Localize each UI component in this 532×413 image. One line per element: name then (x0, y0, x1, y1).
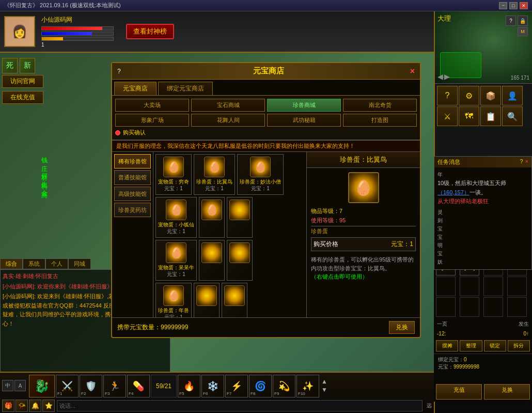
item-cell-4[interactable]: 🥚 宠物蛋：小狐仙 元宝：1 (155, 197, 197, 238)
item-cell-8[interactable] (199, 240, 225, 281)
item-cell-7[interactable]: 🥚 宠物蛋：呆呆牛 元宝：1 (155, 240, 197, 281)
hotbar-slot-f10[interactable]: ✨ F10 (296, 375, 319, 397)
status-icon-1[interactable]: 🎁 (2, 400, 14, 412)
hotbar-slot-f6[interactable]: ❄️ F6 (201, 375, 224, 397)
chat-input[interactable] (57, 400, 423, 411)
item-cell-11[interactable] (194, 283, 220, 317)
shop-close-btn[interactable]: × (410, 67, 415, 76)
shop-cat-rare[interactable]: 稀有珍兽馆 (114, 154, 151, 169)
page-up-btn[interactable]: ▲ (321, 378, 327, 385)
exchange-btn-right[interactable]: 兑换 (484, 384, 530, 400)
side-btn-4[interactable]: 👤 (502, 86, 523, 105)
charge-button[interactable]: 充值 (436, 384, 482, 400)
shop-exchange-btn[interactable]: 兑换 (389, 321, 415, 334)
item-cell-3[interactable]: 🥚 珍兽蛋：妙法小僧 元宝：1 (237, 154, 284, 195)
task-close-btn[interactable]: × (525, 158, 528, 166)
map-btn-1[interactable]: ? (506, 16, 516, 26)
bag-slot-12[interactable] (507, 277, 527, 296)
skill-icon[interactable]: 死 (2, 58, 18, 73)
bag-slot-10[interactable] (460, 277, 479, 296)
shop-tab-bar: 元宝商店 绑定元宝商店 (112, 80, 420, 96)
shop-cat-advanced[interactable]: 高级技能馆 (114, 187, 151, 201)
shop-cat-normal[interactable]: 普通技能馆 (114, 170, 151, 185)
slot-icon-f4: 💊 (133, 380, 144, 392)
side-btn-6[interactable]: 🗺 (459, 106, 479, 126)
cat-martial[interactable]: 武功秘籍 (267, 114, 341, 127)
bag-lock-btn[interactable]: 锁定 (484, 340, 506, 351)
input-icon-1[interactable]: 中 (2, 380, 13, 391)
hotbar-slot-f8[interactable]: 🌀 F8 (249, 375, 272, 397)
side-btn-8[interactable]: 🔍 (502, 106, 523, 126)
shop-cat-medicine[interactable]: 珍兽灵药坊 (114, 203, 151, 217)
chat-tab-city[interactable]: 同城 (68, 258, 91, 269)
hotbar-slot-f2[interactable]: 🛡️ F2 (80, 375, 102, 397)
player-info: 小仙源码网 1 (41, 16, 114, 48)
hotbar-slot-f1[interactable]: ⚔️ F1 (56, 375, 79, 397)
map-arrow-right[interactable]: ▶ (444, 72, 450, 81)
item-cell-5[interactable]: 🥚 (199, 197, 225, 238)
cat-rare-beast[interactable]: 珍兽商城 (267, 99, 341, 112)
item-cell-2[interactable]: 🥚 珍兽蛋：比翼鸟 元宝：1 (194, 154, 235, 195)
status-icon-2[interactable]: 📯 (15, 400, 28, 412)
bag-slot-14[interactable] (460, 297, 479, 317)
item-cell-1[interactable]: 🥚 宠物蛋：穷奇 元宝：1 (155, 154, 192, 195)
view-seal-button[interactable]: 查看封神榜 (126, 24, 174, 39)
recharge-button[interactable]: 在线充值 (2, 91, 43, 104)
detail-level: 物品等级：7 (311, 207, 416, 215)
bag-organize-btn[interactable]: 整理 (460, 340, 482, 351)
side-btn-3[interactable]: 📦 (480, 86, 501, 105)
shop-tab-yuanbao[interactable]: 元宝商店 (114, 82, 157, 95)
item-cell-9[interactable] (227, 240, 253, 281)
shop-tab-bound[interactable]: 绑定元宝商店 (158, 82, 213, 95)
side-btn-7[interactable]: 📋 (480, 106, 501, 126)
cat-gems[interactable]: 宝石商城 (191, 99, 265, 112)
bag-slot-11[interactable] (483, 277, 503, 296)
bag-slot-9[interactable] (436, 277, 456, 296)
hotbar-slot-f4[interactable]: 💊 F4 (127, 375, 150, 397)
xp-bar (41, 37, 114, 41)
cat-dance[interactable]: 花舞人间 (191, 114, 265, 127)
bag-sort-btn[interactable]: 摆摊 (436, 340, 458, 351)
maximize-button[interactable]: □ (509, 2, 518, 9)
confirm-radio[interactable] (115, 130, 120, 135)
bag-slot-13[interactable] (436, 297, 456, 317)
side-btn-1[interactable]: ? (437, 86, 458, 105)
hotbar-slot-f3[interactable]: 🏃 F3 (103, 375, 126, 397)
shop-help-icon[interactable]: ? (117, 68, 128, 75)
map-arrow-left[interactable]: ◀ (437, 72, 443, 81)
window-close-button[interactable]: ✕ (520, 2, 528, 9)
map-nav-btn[interactable]: M (518, 27, 528, 36)
page-down-btn[interactable]: ▼ (321, 386, 327, 393)
new-icon[interactable]: 新 (20, 58, 35, 73)
bag-slot-15[interactable] (483, 297, 503, 317)
bag-slot-16[interactable] (507, 297, 527, 317)
minimize-button[interactable]: － (499, 2, 507, 9)
task-expand-btn[interactable]: ? (520, 158, 523, 166)
map-btn-2[interactable]: 🔒 (518, 16, 528, 26)
input-icon-2[interactable]: A (14, 380, 26, 391)
yuan-bao-value: 999999998 (453, 364, 479, 370)
chat-tab-all[interactable]: 综合 (0, 258, 23, 269)
chat-tab-personal[interactable]: 个人 (45, 258, 68, 269)
side-btn-5[interactable]: ⚔ (437, 106, 458, 126)
side-btn-2[interactable]: ⚙ (459, 86, 479, 105)
task-text-2: 从大理的驿站老极狂 (437, 197, 528, 206)
item-cell-12[interactable] (222, 283, 247, 317)
bag-split-btn[interactable]: 拆分 (508, 340, 530, 351)
hotbar-slot-f7[interactable]: ⚡ F7 (225, 375, 248, 397)
status-icon-4[interactable]: ⭐ (42, 400, 55, 412)
chat-options[interactable]: 远 (427, 402, 432, 409)
hotbar-slot-f5[interactable]: 🔥 F5 (178, 375, 200, 397)
item-cell-10[interactable]: 🥚 珍兽蛋：年兽 元宝：1 (155, 283, 192, 317)
cat-north-south[interactable]: 南北奇货 (343, 99, 417, 112)
cat-big-market[interactable]: 大卖场 (115, 99, 189, 112)
cat-image[interactable]: 形象广场 (115, 114, 189, 127)
hotbar-slot-f9[interactable]: 💫 F9 (273, 375, 295, 397)
npc-label-2[interactable]: 何生金 (41, 172, 48, 198)
status-icon-3[interactable]: 🔔 (29, 400, 41, 412)
chat-tab-system[interactable]: 系统 (23, 258, 45, 269)
item-cell-6[interactable] (227, 197, 253, 238)
visit-site-button[interactable]: 访问官网 (2, 75, 43, 88)
cat-forge[interactable]: 打造图 (343, 114, 417, 127)
dragon-icon[interactable]: 🐉 (29, 375, 55, 397)
